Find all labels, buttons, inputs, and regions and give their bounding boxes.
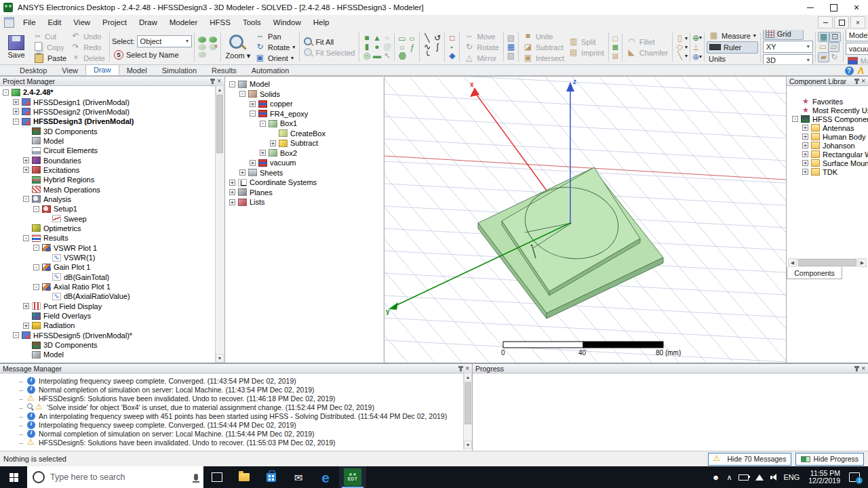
draw-plane-icon[interactable]: ◆ <box>447 52 457 60</box>
chamfer-button[interactable]: ◣Chamfer <box>625 47 670 58</box>
tree-item[interactable]: VSWR(1) <box>1 253 224 262</box>
draw-region-icon[interactable]: ƒ <box>407 43 417 52</box>
scroll-up-icon[interactable]: ▲ <box>464 373 472 382</box>
taskbar-search-input[interactable]: Type here to search <box>27 466 203 488</box>
collapse-icon[interactable]: - <box>23 235 29 241</box>
tree-item[interactable]: -Gain Plot 1 <box>1 262 224 272</box>
expand-icon[interactable]: + <box>13 108 19 115</box>
units-button[interactable]: Units <box>707 54 758 64</box>
grid-density-icon[interactable]: ▦ <box>818 32 829 42</box>
message-row[interactable]: –HFSSDesign5: Solutions have been invali… <box>0 438 472 447</box>
message-row[interactable]: –An interpolating frequency sweep with 4… <box>0 411 472 420</box>
grid-toggle-button[interactable]: Grid <box>763 30 804 40</box>
collapse-icon[interactable]: - <box>33 264 39 270</box>
collapse-icon[interactable]: - <box>239 91 245 97</box>
collapse-icon[interactable]: - <box>23 196 29 202</box>
start-button[interactable] <box>0 466 27 488</box>
tab-draw[interactable]: Draw <box>85 64 119 75</box>
microphone-icon[interactable] <box>194 474 198 481</box>
draw-ellipse-icon[interactable]: ○ <box>406 35 419 43</box>
copy-button[interactable]: Copy <box>31 42 68 53</box>
expand-icon[interactable]: + <box>229 180 235 186</box>
pin-icon[interactable] <box>856 79 858 84</box>
tab-desktop[interactable]: Desktop <box>12 66 54 75</box>
wrap-sheet-icon[interactable]: ▢ <box>611 34 620 43</box>
message-row[interactable]: –Normal completion of simulation on serv… <box>0 385 472 394</box>
duplicate-mirror-icon[interactable]: ▧ <box>506 52 516 60</box>
close-icon[interactable]: × <box>465 365 469 372</box>
message-row[interactable]: –Interpolating frequency sweep complete.… <box>0 376 472 385</box>
tree-item[interactable]: +Antennas <box>791 123 868 132</box>
draw-ellipsoid-icon[interactable]: ▬ <box>372 52 382 60</box>
tree-item[interactable]: -Solids <box>228 89 383 100</box>
library-hscrollbar[interactable]: ◀ ▶ <box>788 258 867 267</box>
tree-item[interactable]: -Results <box>1 233 224 243</box>
tree-item[interactable]: +Surface Mount <box>791 159 868 167</box>
show-hidden-icons-chevron[interactable]: ∧ <box>723 473 735 482</box>
menu-draw[interactable]: Draw <box>133 15 163 30</box>
rotate-button[interactable]: ↻Rotate <box>462 42 500 53</box>
tree-item[interactable]: +HFSSDesign1 (DrivenModal) <box>1 97 224 106</box>
child-minimize-button[interactable] <box>818 16 833 28</box>
expand-icon[interactable]: + <box>23 167 29 173</box>
project-tree-scrollbar[interactable]: ▲ ▼ <box>215 85 224 363</box>
select-mode-dropdown[interactable]: Object ▾ <box>137 35 192 47</box>
tree-item[interactable]: -2.4-2.48* <box>1 87 224 97</box>
split-button[interactable]: ▥Split <box>566 37 606 47</box>
move-button[interactable]: ⇔Move <box>462 31 500 42</box>
tree-item[interactable]: +Johanson <box>791 141 868 150</box>
file-explorer-button[interactable] <box>231 466 258 488</box>
menu-window[interactable]: Window <box>267 15 307 30</box>
view-visibility-icon[interactable]: ⊡ <box>829 32 841 42</box>
expand-icon[interactable]: + <box>23 157 29 163</box>
tree-item[interactable]: -Analysis <box>1 195 224 204</box>
expand-icon[interactable]: + <box>802 134 808 140</box>
taskbar-clock[interactable]: 11:55 PM 12/2/2019 <box>803 470 846 485</box>
tree-item[interactable]: 3D Components <box>1 126 224 136</box>
collapse-icon[interactable]: - <box>13 119 19 125</box>
close-button[interactable]: × <box>845 0 868 15</box>
expand-icon[interactable]: + <box>802 169 808 175</box>
close-icon[interactable]: × <box>861 365 865 372</box>
menu-edit[interactable]: Edit <box>42 15 68 30</box>
measure-button[interactable]: ▦Measure ▾ <box>707 30 758 41</box>
collapse-icon[interactable]: - <box>33 206 39 212</box>
menu-hfss[interactable]: HFSS <box>203 15 237 30</box>
people-icon[interactable]: ☻ <box>709 473 724 481</box>
menu-modeler[interactable]: Modeler <box>163 15 204 30</box>
scroll-down-icon[interactable]: ▼ <box>464 441 472 449</box>
tree-item[interactable]: +Radiation <box>1 321 224 330</box>
grid-mode-dropdown[interactable]: 3D▾ <box>763 54 813 66</box>
unite-button[interactable]: ■Unite <box>521 31 566 42</box>
expand-icon[interactable]: + <box>802 160 808 166</box>
deselect-icon[interactable] <box>209 44 217 50</box>
material-button[interactable]: Material <box>846 56 868 66</box>
minimize-button[interactable] <box>799 0 822 15</box>
orient-button[interactable]: ▣Orient ▾ <box>253 53 297 64</box>
paste-button[interactable]: Paste <box>31 53 68 64</box>
menu-file[interactable]: File <box>17 15 42 30</box>
tree-item[interactable]: Model <box>1 136 224 146</box>
tree-item[interactable]: +Coordinate Systems <box>228 178 383 188</box>
scroll-up-icon[interactable]: ▲ <box>216 85 224 94</box>
child-restore-button[interactable] <box>834 16 849 28</box>
message-row[interactable]: –Interpolating frequency sweep complete.… <box>0 420 472 429</box>
fit-all-button[interactable]: Fit All <box>302 37 357 47</box>
expand-icon[interactable]: + <box>802 151 808 157</box>
draw-arc-center-icon[interactable]: ╰ <box>422 52 432 60</box>
save-button[interactable]: Save <box>1 30 31 64</box>
tab-results[interactable]: Results <box>204 66 244 75</box>
close-icon[interactable]: × <box>861 78 865 85</box>
expand-icon[interactable]: + <box>239 169 245 176</box>
tree-item[interactable]: CreateBox <box>228 129 383 139</box>
collapse-icon[interactable]: - <box>3 89 9 96</box>
tree-item[interactable]: +Human Body Ex <box>791 132 868 141</box>
menu-tools[interactable]: Tools <box>237 15 267 30</box>
history-rollback-icon[interactable]: ↻ <box>829 53 840 62</box>
model-canvas[interactable] <box>384 77 786 363</box>
tab-automation[interactable]: Automation <box>244 66 297 75</box>
cut-button[interactable]: ✂Cut <box>31 31 68 42</box>
fit-selected-button[interactable]: Fit Selected <box>302 47 357 58</box>
help-icon[interactable]: ? <box>845 66 854 75</box>
connect-icon[interactable]: ▨ <box>611 52 620 60</box>
